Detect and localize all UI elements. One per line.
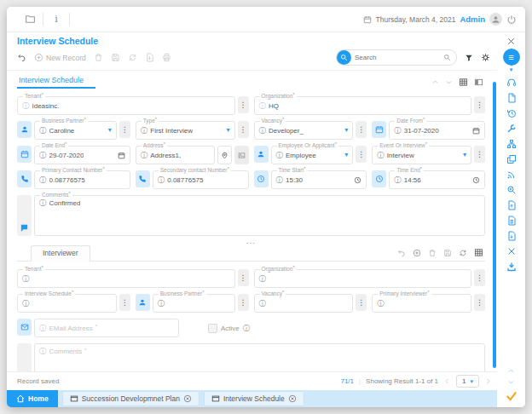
- date-picker-icon[interactable]: [118, 152, 125, 159]
- close-icon[interactable]: [506, 37, 516, 46]
- organization-field[interactable]: Organization* ⓘ HQ: [254, 96, 472, 115]
- kebab-menu-icon[interactable]: ⋮: [238, 294, 249, 311]
- user-name[interactable]: Admin: [460, 14, 485, 24]
- tab-interview-schedule-bottom[interactable]: Interview Schedule: [204, 391, 304, 406]
- active-checkbox[interactable]: [208, 324, 217, 333]
- vertical-scrollbar[interactable]: [493, 82, 496, 368]
- avatar[interactable]: [489, 13, 502, 26]
- save-button[interactable]: [111, 53, 120, 62]
- close-x-icon[interactable]: [506, 246, 517, 256]
- interviewer-organization-field[interactable]: Organization* ⓘ: [254, 269, 472, 288]
- interviewer-business-partner-field[interactable]: Business Partner* ⓘ: [153, 294, 235, 313]
- sitemap-icon[interactable]: [506, 139, 517, 149]
- time-end-field[interactable]: Time End* ⓘ 14:56: [389, 170, 485, 189]
- date-picker-icon[interactable]: [472, 127, 480, 135]
- refresh-button[interactable]: [128, 53, 137, 62]
- kebab-menu-icon[interactable]: ⋮: [474, 294, 485, 311]
- close-tab-icon[interactable]: [183, 394, 192, 403]
- support-icon[interactable]: [506, 78, 517, 88]
- delete-button[interactable]: [428, 249, 437, 257]
- tab-interviewer[interactable]: Interviewer: [31, 245, 90, 262]
- signal-icon[interactable]: [506, 170, 517, 180]
- next-page-icon[interactable]: [484, 377, 492, 385]
- tab-interview-schedule[interactable]: Interview Schedule: [17, 76, 95, 89]
- kebab-menu-icon[interactable]: ⋮: [119, 121, 130, 138]
- kebab-menu-icon[interactable]: ⋮: [474, 146, 485, 163]
- time-picker-icon[interactable]: [472, 176, 480, 184]
- primary-contact-field[interactable]: Primary Contact Number* ⓘ 0.08776575: [34, 170, 130, 189]
- undo-button[interactable]: [17, 53, 26, 62]
- comments-field[interactable]: Comments* ⓘ Confirmed: [34, 195, 485, 236]
- interviewer-tenant-field[interactable]: Tenant* ⓘ: [17, 269, 235, 288]
- close-tab-icon[interactable]: [288, 394, 297, 403]
- interviewer-vacancy-field[interactable]: Vacancy* ⓘ: [254, 294, 354, 313]
- grid-view-icon[interactable]: [474, 248, 483, 257]
- tab-home[interactable]: Home: [7, 390, 58, 407]
- search-input[interactable]: [351, 54, 443, 61]
- card-view-icon[interactable]: [474, 78, 483, 87]
- kebab-menu-icon[interactable]: ⋮: [356, 121, 367, 138]
- file-upload-icon[interactable]: [506, 200, 517, 210]
- date-from-field[interactable]: Date From* ⓘ 31-07-2020: [389, 121, 485, 140]
- prev-page-icon[interactable]: [443, 377, 451, 385]
- email-field[interactable]: ⓘ EMail Address *: [34, 319, 179, 337]
- undo-button[interactable]: [397, 249, 406, 257]
- print-button[interactable]: [162, 53, 171, 62]
- file-grid-icon[interactable]: [506, 216, 517, 226]
- grid-view-icon[interactable]: [459, 78, 468, 87]
- event-or-interview-field[interactable]: Event Or Interview* ⓘ Interview ▾: [372, 146, 471, 164]
- collapse-up-icon[interactable]: [431, 78, 439, 86]
- download-icon[interactable]: [506, 262, 517, 272]
- tenant-field[interactable]: Tenant* ⓘ Ideasinc.: [17, 96, 235, 115]
- wrench-icon[interactable]: [506, 124, 517, 134]
- document-icon[interactable]: [506, 93, 517, 103]
- refresh-button[interactable]: [459, 249, 467, 257]
- address-field[interactable]: Address* ⓘ Address1,: [136, 146, 215, 164]
- kebab-menu-icon[interactable]: ⋮: [238, 96, 249, 113]
- zoom-search-icon[interactable]: [506, 185, 517, 195]
- interviewer-comments-field[interactable]: ⓘ Comments *: [34, 343, 485, 371]
- kebab-menu-icon[interactable]: ⋮: [119, 294, 130, 311]
- file-download-icon[interactable]: [506, 231, 517, 241]
- secondary-contact-field[interactable]: Secondary contact Number* ⓘ 0.08776575: [153, 170, 249, 189]
- filter-icon[interactable]: [465, 54, 473, 62]
- type-field[interactable]: Type* ⓘ First Interview ▾: [136, 121, 235, 140]
- tab-succession-plan[interactable]: Succession Developmnet Plan: [62, 391, 200, 406]
- history-icon[interactable]: [506, 108, 517, 118]
- collapse-down-icon[interactable]: [445, 78, 453, 86]
- time-start-field[interactable]: Time Start* ⓘ 15:30: [271, 170, 367, 189]
- map-pin-icon[interactable]: [217, 146, 232, 164]
- time-picker-icon[interactable]: [354, 176, 361, 184]
- scroll-up-icon[interactable]: [507, 367, 515, 375]
- kebab-menu-icon[interactable]: ⋮: [238, 269, 249, 286]
- save-button[interactable]: [443, 249, 452, 257]
- kebab-menu-icon[interactable]: ⋮: [474, 96, 485, 113]
- export-button[interactable]: [145, 53, 154, 62]
- date-end-field[interactable]: Date End* ⓘ 29-07-2020: [34, 146, 130, 164]
- map-image-icon[interactable]: [234, 146, 249, 164]
- gear-icon[interactable]: [481, 53, 490, 62]
- folder-icon[interactable]: [17, 7, 43, 32]
- search-bar[interactable]: [336, 49, 457, 66]
- menu-button[interactable]: ≡: [503, 49, 520, 66]
- power-icon[interactable]: [506, 14, 517, 25]
- kebab-menu-icon[interactable]: ⋮: [356, 146, 367, 163]
- splitter-handle[interactable]: ...: [17, 239, 485, 244]
- copy-icon[interactable]: [506, 154, 517, 164]
- kebab-menu-icon[interactable]: ⋮: [474, 269, 485, 286]
- info-tab-icon[interactable]: i: [43, 7, 69, 32]
- kebab-menu-icon[interactable]: ⋮: [356, 294, 367, 311]
- vacancy-field[interactable]: Vacancy* ⓘ Developer_ ▾: [254, 121, 354, 140]
- page-selector[interactable]: 1 ▾: [456, 375, 479, 388]
- employee-or-applicant-field[interactable]: Employee Or Applicant* ⓘ Employee ▾: [271, 146, 354, 164]
- search-icon[interactable]: [337, 50, 351, 65]
- interviewer-schedule-field[interactable]: Interview Schedule* ⓘ: [17, 294, 117, 313]
- add-row-button[interactable]: [413, 249, 421, 257]
- scroll-down-icon[interactable]: [507, 378, 515, 386]
- check-icon[interactable]: [506, 390, 518, 402]
- delete-button[interactable]: [94, 53, 103, 62]
- primary-interviewer-field[interactable]: Primary Interviewer* ⓘ: [372, 294, 471, 313]
- business-partner-field[interactable]: Business Partner* ⓘ Caroline ▾: [34, 121, 117, 140]
- kebab-menu-icon[interactable]: ⋮: [238, 121, 249, 138]
- new-record-button[interactable]: New Record: [34, 53, 86, 62]
